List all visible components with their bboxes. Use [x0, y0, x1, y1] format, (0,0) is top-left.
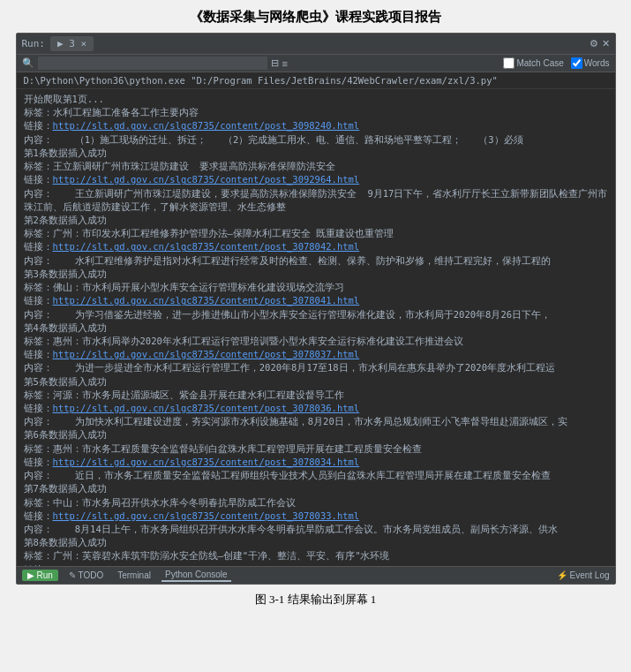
url-link[interactable]: http://slt.gd.gov.cn/slgc8735/content/po… [53, 457, 360, 467]
success-line: 第4条数据插入成功 [24, 321, 608, 335]
output-area[interactable]: 开始爬取第1页... 标签：水利工程施工准备各工作主要内容链接：http://s… [17, 89, 615, 566]
tag-line: 标签：河源：市水务局赴湄源城区、紫金县开展在建水利工程建设督导工作 [24, 389, 608, 402]
search-options: Match Case Words [503, 57, 609, 69]
page-title: 《数据采集与网络爬虫》课程实践项目报告 [190, 9, 441, 26]
ide-window: Run: ▶ 3 × ⚙ ✕ 🔍 ⊟ ≡ Match Case Words D:… [16, 33, 616, 585]
tag-line: 标签：惠州：市水务工程质量安全监督站到白盆珠水库工程管理局开展在建工程质量安全检… [24, 442, 608, 456]
link-line: 链接：http://slt.gd.gov.cn/slgc8735/content… [24, 240, 608, 253]
success-line: 第7条数据插入成功 [24, 482, 608, 495]
python-console-item[interactable]: Python Console [162, 569, 231, 582]
ide-toolbar: Run: ▶ 3 × ⚙ ✕ [17, 34, 615, 55]
start-crawl-line: 开始爬取第1页... [24, 93, 608, 106]
search-input[interactable] [38, 57, 267, 70]
toolbar-icons: ⚙ ✕ [590, 38, 610, 49]
words-label: Words [584, 58, 610, 68]
todo-item[interactable]: ✎ TODO [65, 570, 107, 581]
content-line: 内容： （1）施工现场的迁址、拆迁； （2）完成施工用水、电、通信、路和场地平整… [24, 133, 608, 147]
url-link[interactable]: http://slt.gd.gov.cn/slgc8735/content/po… [53, 120, 360, 131]
match-case-option[interactable]: Match Case [503, 57, 563, 69]
link-line: 链接：http://slt.gd.gov.cn/slgc8735/content… [24, 294, 608, 307]
success-line: 第2条数据插入成功 [24, 214, 608, 227]
content-line: 内容： 为学习借鉴先进经验，进一步推进佛山市小型水库安全运行管理标准化建设，市水… [24, 308, 608, 321]
run-icon: ▶ [27, 570, 34, 580]
url-link[interactable]: http://slt.gd.gov.cn/slgc8735/content/po… [53, 241, 360, 252]
settings-icon[interactable]: ⚙ [590, 38, 598, 49]
link-line: 链接：http://slt.gd.gov.cn/slgc8735/content… [24, 348, 608, 361]
content-line: 内容： 8月14日上午，市水务局组织召开供水水库今冬明春抗旱防咸工作会议。市水务… [24, 523, 608, 536]
words-checkbox[interactable] [571, 57, 582, 69]
link-line: 链接：http://slt.gd.gov.cn/slgc8735/content… [24, 402, 608, 415]
run-btn-label: Run [37, 570, 53, 580]
content-line: 内容： 为进一步提进全市水利工程运行管理工作，2020年8月17至18日，市水利… [24, 361, 608, 374]
terminal-item[interactable]: Terminal [114, 570, 154, 581]
search-bar: 🔍 ⊟ ≡ Match Case Words [17, 55, 615, 72]
event-log[interactable]: ⚡ Event Log [557, 570, 610, 580]
tag-line: 标签：中山：市水务局召开供水水库今冬明春抗旱防咸工作会议 [24, 496, 608, 510]
success-line: 第1条数据插入成功 [24, 147, 608, 160]
success-line: 第5条数据插入成功 [24, 375, 608, 389]
link-line: 链接：http://slt.gd.gov.cn/slgc8735/content… [24, 173, 608, 186]
tag-line: 标签：广州：芙蓉碧水库筑牢防溺水安全防线—创建"干净、整洁、平安、有序"水环境 [24, 549, 608, 563]
link-line: 链接：http://slt.gd.gov.cn/slgc8735/content… [24, 510, 608, 523]
url-link[interactable]: http://slt.gd.gov.cn/slgc8735/content/po… [53, 510, 360, 521]
link-line: 链接：http://slt.gd.gov.cn/slgc8735/content… [24, 456, 608, 469]
success-line: 第8条数据插入成功 [24, 536, 608, 549]
url-link[interactable]: http://slt.gd.gov.cn/slgc8735/content/po… [53, 564, 360, 566]
match-case-label: Match Case [516, 58, 563, 68]
filter-icon: ⊟ [271, 57, 279, 69]
ide-statusbar: ▶ Run ✎ TODO Terminal Python Console ⚡ E… [17, 566, 615, 584]
tag-line: 标签：广州：市印发水利工程维修养护管理办法—保障水利工程安全 既重建设也重管理 [24, 227, 608, 240]
run-label: Run: [22, 38, 46, 49]
filter2-icon: ≡ [282, 58, 288, 69]
url-link[interactable]: http://slt.gd.gov.cn/slgc8735/content/po… [53, 174, 360, 185]
words-option[interactable]: Words [571, 57, 610, 69]
link-line: 链接：http://slt.gd.gov.cn/slgc8735/content… [24, 119, 608, 132]
content-line: 内容： 水利工程维修养护是指对水利工程进行经常及时的检查、检测、保养、防护和岁修… [24, 254, 608, 268]
search-icon: 🔍 [22, 57, 34, 69]
content-line: 内容： 近日，市水务工程质量安全监督站工程师组织专业技术人员到白盆珠水库工程管理… [24, 469, 608, 482]
content-line: 内容： 为加快水利工程建设进度，夯实河源市水利设施基础，8月20日，市水务局总规… [24, 415, 608, 428]
close-icon[interactable]: ✕ [602, 38, 610, 49]
match-case-checkbox[interactable] [503, 57, 515, 69]
content-line: 内容： 王立新调研广州市珠江堤防建设，要求提高防洪标准保障防洪安全 9月17日下… [24, 187, 608, 214]
success-line: 第3条数据插入成功 [24, 268, 608, 281]
tag-line: 标签：佛山：市水利局开展小型水库安全运行管理标准化建设现场交流学习 [24, 281, 608, 294]
tag-line: 标签：惠州：市水利局举办2020年水利工程运行管理培训暨小型水库安全运行标准化建… [24, 335, 608, 348]
url-link[interactable]: http://slt.gd.gov.cn/slgc8735/content/po… [53, 295, 360, 306]
tag-line: 标签：水利工程施工准备各工作主要内容 [24, 106, 608, 119]
tag-line: 标签：王立新调研广州市珠江堤防建设 要求提高防洪标准保障防洪安全 [24, 160, 608, 173]
success-line: 第6条数据插入成功 [24, 428, 608, 442]
run-tab[interactable]: ▶ 3 × [50, 36, 94, 51]
python-cmd: D:\Python\Python36\python.exe "D:/Progra… [17, 72, 615, 89]
url-link[interactable]: http://slt.gd.gov.cn/slgc8735/content/po… [53, 349, 360, 359]
run-button[interactable]: ▶ Run [22, 570, 58, 581]
url-link[interactable]: http://slt.gd.gov.cn/slgc8735/content/po… [53, 403, 360, 413]
figure-caption: 图 3-1 结果输出到屏幕 1 [255, 592, 377, 608]
